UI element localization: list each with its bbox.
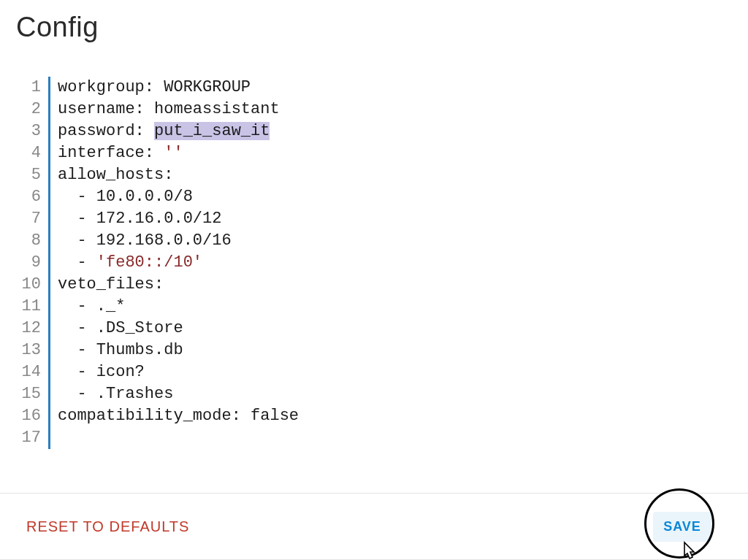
code-line[interactable]: username: homeassistant — [58, 99, 732, 120]
code-line[interactable]: - .Trashes — [58, 383, 732, 405]
yaml-value: .Trashes — [96, 385, 174, 403]
yaml-value: 172.16.0.0/12 — [96, 210, 222, 228]
code-line[interactable]: - 'fe80::/10' — [58, 252, 732, 274]
line-number: 1 — [16, 77, 41, 99]
yaml-key: password: — [58, 122, 154, 140]
line-number: 15 — [16, 383, 41, 405]
line-number: 5 — [16, 164, 41, 186]
yaml-value: 'fe80::/10' — [96, 253, 202, 272]
yaml-list-dash: - — [58, 363, 96, 381]
line-number: 11 — [16, 296, 41, 318]
yaml-key: workgroup: — [58, 78, 164, 96]
code-line[interactable]: - 172.16.0.0/12 — [58, 208, 732, 230]
yaml-value: .DS_Store — [96, 319, 183, 337]
line-number: 13 — [16, 340, 41, 361]
line-number: 10 — [16, 274, 41, 296]
line-number: 7 — [16, 208, 41, 230]
yaml-value: '' — [164, 144, 183, 162]
yaml-list-dash: - — [58, 188, 96, 206]
line-number: 17 — [16, 427, 41, 449]
code-line[interactable]: - ._* — [58, 296, 732, 318]
footer-bar: RESET TO DEFAULTS SAVE — [0, 493, 748, 560]
pointer-cursor-icon — [678, 541, 698, 560]
editor-code[interactable]: workgroup: WORKGROUPusername: homeassist… — [48, 77, 732, 449]
yaml-value: put_i_saw_it — [154, 122, 270, 140]
line-number: 16 — [16, 405, 41, 427]
yaml-key: username: — [58, 100, 154, 118]
yaml-value: 10.0.0.0/8 — [96, 188, 193, 206]
yaml-list-dash: - — [58, 385, 96, 403]
yaml-list-dash: - — [58, 231, 96, 250]
yaml-list-dash: - — [58, 319, 96, 337]
yaml-value: homeassistant — [154, 100, 280, 118]
line-number: 2 — [16, 99, 41, 120]
line-number: 3 — [16, 120, 41, 142]
code-line[interactable]: - 192.168.0.0/16 — [58, 230, 732, 252]
line-number: 14 — [16, 361, 41, 383]
code-line[interactable]: - icon? — [58, 361, 732, 383]
yaml-value: icon? — [96, 363, 145, 381]
yaml-list-dash: - — [58, 210, 96, 228]
yaml-value: Thumbs.db — [96, 341, 183, 359]
save-button[interactable]: SAVE — [653, 512, 711, 542]
save-button-highlight: SAVE — [647, 491, 717, 560]
yaml-list-dash: - — [58, 341, 96, 359]
line-number: 6 — [16, 186, 41, 208]
yaml-value: WORKGROUP — [164, 78, 251, 96]
code-line[interactable]: password: put_i_saw_it — [58, 120, 732, 142]
line-number: 9 — [16, 252, 41, 274]
code-line[interactable]: veto_files: — [58, 274, 732, 296]
yaml-value: false — [251, 407, 299, 425]
yaml-key: interface: — [58, 144, 164, 162]
yaml-list-dash: - — [58, 253, 96, 272]
page-title: Config — [0, 0, 748, 43]
config-editor[interactable]: 1234567891011121314151617 workgroup: WOR… — [16, 77, 732, 449]
code-line[interactable] — [58, 427, 732, 449]
line-number: 4 — [16, 142, 41, 164]
yaml-key: compatibility_mode: — [58, 407, 251, 425]
yaml-key: veto_files: — [58, 275, 164, 294]
reset-to-defaults-button[interactable]: RESET TO DEFAULTS — [23, 513, 192, 541]
code-line[interactable]: workgroup: WORKGROUP — [58, 77, 732, 99]
code-line[interactable]: interface: '' — [58, 142, 732, 164]
code-line[interactable]: - .DS_Store — [58, 318, 732, 340]
code-line[interactable]: - Thumbs.db — [58, 340, 732, 361]
yaml-value: 192.168.0.0/16 — [96, 231, 232, 250]
code-line[interactable]: allow_hosts: — [58, 164, 732, 186]
line-number: 12 — [16, 318, 41, 340]
yaml-key: allow_hosts: — [58, 166, 173, 184]
line-number: 8 — [16, 230, 41, 252]
code-line[interactable]: compatibility_mode: false — [58, 405, 732, 427]
code-line[interactable]: - 10.0.0.0/8 — [58, 186, 732, 208]
editor-gutter: 1234567891011121314151617 — [16, 77, 48, 449]
yaml-list-dash: - — [58, 297, 96, 315]
yaml-value: ._* — [96, 297, 126, 315]
